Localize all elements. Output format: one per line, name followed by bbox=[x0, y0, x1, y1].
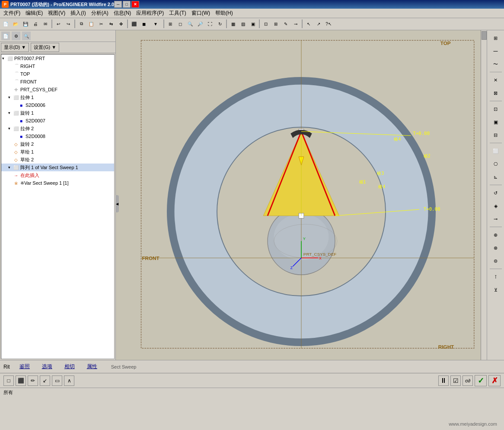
perspective-btn[interactable]: ⊞ bbox=[166, 19, 175, 29]
move-btn[interactable]: ✥ bbox=[116, 19, 126, 29]
dim-btn[interactable]: ⊡ bbox=[261, 19, 271, 29]
rt-btn-15[interactable]: ⊕ bbox=[489, 229, 502, 241]
tree-search-btn[interactable]: 🔍 bbox=[22, 31, 31, 41]
expand-xuanzhuan1[interactable]: ▾ bbox=[8, 111, 13, 115]
scrollbar-thumb[interactable] bbox=[482, 31, 487, 40]
model-tree[interactable]: ▾ ⬜ PRT0007.PRT ⌒ RIGHT ⌒ TOP ⌒ FRONT bbox=[1, 54, 115, 359]
maximize-button[interactable]: □ bbox=[123, 1, 131, 8]
shade-btn[interactable]: ▨ bbox=[238, 19, 248, 29]
rt-btn-8[interactable]: ⊟ bbox=[489, 129, 502, 141]
rt-btn-9[interactable]: ⬜ bbox=[489, 145, 502, 157]
menu-window[interactable]: 窗口(W) bbox=[189, 9, 213, 18]
constraint-btn[interactable]: ⊸ bbox=[291, 19, 300, 29]
rt-btn-2[interactable]: ─ bbox=[489, 45, 502, 57]
rt-btn-10[interactable]: ⎔ bbox=[489, 158, 502, 170]
cut-btn[interactable]: ✂ bbox=[96, 19, 106, 29]
redo-btn[interactable]: ↪ bbox=[64, 19, 73, 29]
view-toggle-btn[interactable]: σ∂ bbox=[463, 375, 473, 386]
rt-btn-16[interactable]: ⊗ bbox=[489, 242, 502, 254]
display-dropdown-btn[interactable]: 显示(D) ▼ bbox=[1, 43, 29, 52]
viewport-scrollbar[interactable] bbox=[481, 30, 487, 360]
fit-btn[interactable]: ⛶ bbox=[205, 19, 215, 29]
tree-item-lashen2[interactable]: ▾ ⬜ 拉伸 2 bbox=[1, 125, 114, 132]
tree-item-xuanzhuan2[interactable]: ◇ 旋转 2 bbox=[1, 140, 114, 148]
menu-info[interactable]: 信息(N) bbox=[111, 9, 134, 18]
tree-settings-btn[interactable]: ⚙ bbox=[11, 31, 21, 41]
menu-file[interactable]: 文件(F) bbox=[1, 9, 23, 18]
tree-item-front[interactable]: ⌒ FRONT bbox=[1, 78, 114, 86]
view3d-btn[interactable]: ⬛ bbox=[129, 19, 139, 29]
action-dash-btn[interactable]: ▭ bbox=[52, 375, 62, 386]
rt-btn-11[interactable]: ⊾ bbox=[489, 171, 502, 183]
zoom-out-btn[interactable]: 🔎 bbox=[195, 19, 205, 29]
tree-item-s2d0007[interactable]: ■ S2D0007 bbox=[1, 117, 114, 125]
viewmode-btn[interactable]: ▼ bbox=[149, 19, 162, 29]
expand-lashen1[interactable]: ▾ bbox=[8, 95, 13, 99]
help-cursor-btn[interactable]: ?↖ bbox=[324, 19, 333, 29]
snap-zhaozhao[interactable]: 鉴照 bbox=[17, 362, 32, 371]
action-edit-btn[interactable]: ✏ bbox=[28, 375, 38, 386]
rt-btn-5[interactable]: ⊠ bbox=[489, 87, 502, 99]
rt-btn-4[interactable]: ✕ bbox=[489, 74, 502, 86]
arrow-btn[interactable]: ↗ bbox=[314, 19, 323, 29]
menu-app[interactable]: 应用程序(P) bbox=[134, 9, 166, 18]
mirror-btn[interactable]: ⇆ bbox=[106, 19, 116, 29]
rt-btn-17[interactable]: ⊜ bbox=[489, 255, 502, 267]
cancel-button[interactable]: ✗ bbox=[488, 375, 501, 386]
rt-btn-1[interactable]: ⊞ bbox=[489, 32, 502, 44]
check-eye-btn[interactable]: ☑ bbox=[450, 375, 461, 386]
rt-btn-19[interactable]: ⊻ bbox=[489, 284, 502, 296]
viewport[interactable]: T=0.00 棱4 棱2 棱3 棱1 棱4 T=0.00 TOP FRONT R… bbox=[116, 30, 487, 360]
rt-btn-18[interactable]: ⊺ bbox=[489, 271, 502, 283]
rt-btn-6[interactable]: ⊡ bbox=[489, 103, 502, 115]
tree-item-prt-csys[interactable]: ✛ PRT_CSYS_DEF bbox=[1, 86, 114, 93]
tree-item-s2d0008[interactable]: ■ S2D0008 bbox=[1, 132, 114, 140]
panel-collapse-handle[interactable]: ◀ bbox=[115, 195, 119, 212]
menu-edit[interactable]: 编辑(E) bbox=[23, 9, 45, 18]
view3d2-btn[interactable]: ◼ bbox=[139, 19, 149, 29]
expand-lashen2[interactable]: ▾ bbox=[8, 126, 13, 131]
rt-btn-3[interactable]: 〜 bbox=[489, 58, 502, 70]
copy-btn[interactable]: ⧉ bbox=[77, 19, 86, 29]
tree-item-right[interactable]: ⌒ RIGHT bbox=[1, 62, 114, 70]
action-arrow-btn[interactable]: ↙ bbox=[40, 375, 50, 386]
snap-xuanxiang[interactable]: 选项 bbox=[39, 362, 55, 371]
tree-item-s2d0006[interactable]: ■ S2D0006 bbox=[1, 101, 114, 109]
tree-item-root[interactable]: ▾ ⬜ PRT0007.PRT bbox=[1, 55, 114, 62]
expand-root[interactable]: ▾ bbox=[2, 56, 6, 61]
action-fill-btn[interactable]: ⬛ bbox=[16, 375, 26, 386]
pause-btn[interactable]: ⏸ bbox=[438, 375, 449, 386]
tree-item-top[interactable]: ⌒ TOP bbox=[1, 70, 114, 78]
rt-btn-7[interactable]: ▣ bbox=[489, 116, 502, 128]
wire-btn[interactable]: ◻ bbox=[175, 19, 185, 29]
save-btn[interactable]: 💾 bbox=[21, 19, 30, 29]
surface-btn[interactable]: ▦ bbox=[228, 19, 238, 29]
new-btn[interactable]: 📄 bbox=[1, 19, 10, 29]
settings-dropdown-btn[interactable]: 设置(G) ▼ bbox=[31, 43, 59, 52]
menu-tools[interactable]: 工具(T) bbox=[166, 9, 188, 18]
rotate-btn[interactable]: ↻ bbox=[215, 19, 225, 29]
paste-btn[interactable]: 📋 bbox=[86, 19, 96, 29]
window-controls[interactable]: ─ □ ✕ bbox=[114, 1, 139, 8]
expand-array1[interactable]: ▾ bbox=[8, 165, 13, 170]
tree-item-caohui2[interactable]: ◇ 草绘 2 bbox=[1, 156, 114, 164]
note-btn[interactable]: ✎ bbox=[281, 19, 290, 29]
tree-item-caohui1[interactable]: ◇ 草绘 1 bbox=[1, 148, 114, 156]
snap-shuxing[interactable]: 属性 bbox=[84, 362, 100, 371]
rt-btn-14[interactable]: ⊸ bbox=[489, 213, 502, 225]
tree-item-xuanzhuan1[interactable]: ▾ ⬜ 旋转 1 bbox=[1, 109, 114, 117]
menu-help[interactable]: 帮助(H) bbox=[213, 9, 236, 18]
undo-btn[interactable]: ↩ bbox=[54, 19, 63, 29]
tree-item-var-sect-sweep[interactable]: ※ ※Var Sect Sweep 1 [1] bbox=[1, 179, 114, 187]
print-btn[interactable]: 🖨 bbox=[31, 19, 40, 29]
hidden-btn[interactable]: ▣ bbox=[248, 19, 258, 29]
ok-button[interactable]: ✓ bbox=[475, 375, 487, 386]
tree-new-btn[interactable]: 📄 bbox=[1, 31, 10, 41]
zoom-in-btn[interactable]: 🔍 bbox=[185, 19, 195, 29]
rt-btn-13[interactable]: ◈ bbox=[489, 200, 502, 212]
close-button[interactable]: ✕ bbox=[131, 1, 139, 8]
snap-qiangqie[interactable]: 相切 bbox=[62, 362, 77, 371]
action-up-btn[interactable]: ∧ bbox=[64, 375, 74, 386]
menu-insert[interactable]: 插入(I) bbox=[68, 9, 88, 18]
annotation-btn[interactable]: ⊞ bbox=[271, 19, 281, 29]
